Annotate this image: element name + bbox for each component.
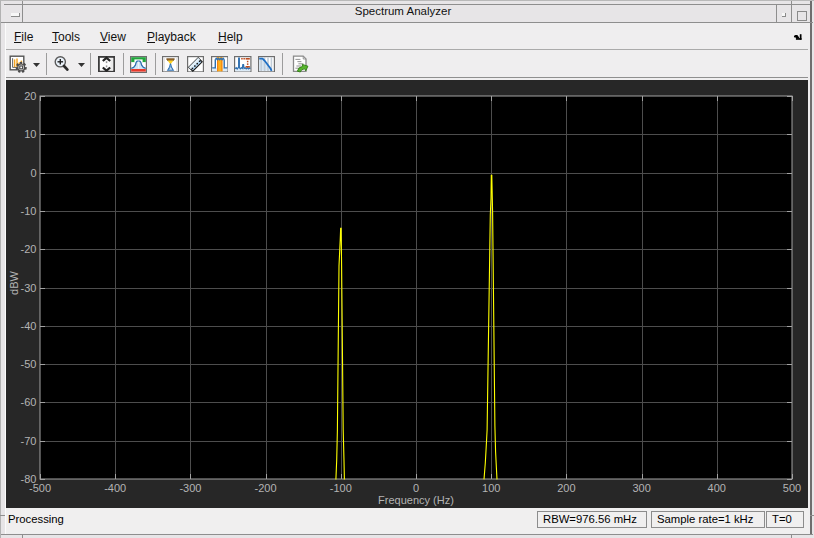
svg-text:400: 400	[708, 482, 726, 494]
svg-text:0: 0	[30, 167, 36, 179]
svg-text:200: 200	[557, 482, 575, 494]
svg-text:100: 100	[482, 482, 500, 494]
svg-text:-50: -50	[21, 358, 37, 370]
svg-text:-200: -200	[255, 482, 277, 494]
svg-text:-300: -300	[179, 482, 201, 494]
svg-text:-40: -40	[21, 320, 37, 332]
svg-text:300: 300	[632, 482, 650, 494]
svg-text:-60: -60	[21, 396, 37, 408]
svg-text:-400: -400	[104, 482, 126, 494]
svg-text:-20: -20	[21, 243, 37, 255]
svg-text:Frequency (Hz): Frequency (Hz)	[378, 494, 454, 506]
svg-text:10: 10	[24, 128, 36, 140]
svg-text:-80: -80	[21, 473, 37, 485]
svg-text:-70: -70	[21, 435, 37, 447]
svg-text:-10: -10	[21, 205, 37, 217]
svg-text:-100: -100	[330, 482, 352, 494]
svg-text:0: 0	[413, 482, 419, 494]
svg-text:-30: -30	[21, 282, 37, 294]
svg-text:20: 20	[24, 90, 36, 102]
svg-text:dBW: dBW	[8, 270, 20, 294]
svg-text:500: 500	[783, 482, 801, 494]
